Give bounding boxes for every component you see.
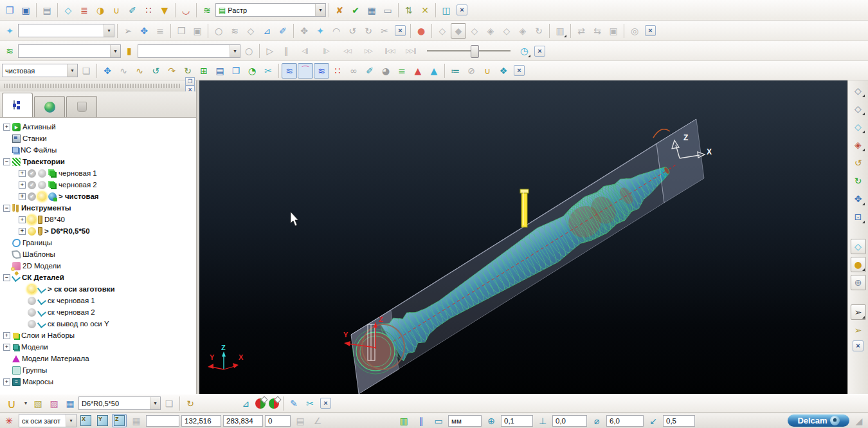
block-sim-3[interactable]: ◇ [467, 23, 482, 39]
edit-points[interactable]: ✦ [312, 23, 328, 39]
show-collisions[interactable]: ▲ [410, 63, 426, 79]
tool-profile[interactable]: ∪ [480, 63, 495, 79]
tool-database[interactable]: ▼ [157, 3, 172, 18]
zoom-to-fit[interactable]: ✥ [851, 191, 866, 207]
expand-toggle[interactable]: − [3, 205, 10, 212]
active-toolpath-combo-dropdown-icon[interactable]: ▾ [67, 64, 77, 77]
step-back[interactable]: ◁∥ [294, 43, 315, 59]
block-sim-5[interactable]: ◇ [499, 23, 514, 39]
expand-toggle[interactable]: + [3, 344, 10, 351]
cut-tool[interactable]: ✂ [302, 396, 318, 411]
cut-curve[interactable]: ✂ [377, 23, 392, 39]
active-cs-combo-dropdown-icon[interactable]: ▾ [66, 414, 76, 427]
view-iso-1[interactable]: ◇ [851, 83, 866, 98]
machining-time[interactable]: ◔ [244, 63, 260, 79]
view-along-z[interactable]: Z [112, 414, 127, 427]
active-toolpath-combo[interactable]: чистовая▾ [2, 64, 78, 77]
surface-normals[interactable]: ◕ [378, 63, 393, 79]
grid-toggle[interactable]: ▦ [129, 413, 144, 428]
shade-mode-1[interactable] [255, 398, 266, 409]
tree-item-2d-models[interactable]: 2D Модели [2, 260, 196, 272]
copy-toolpath[interactable]: ❐ [228, 63, 244, 79]
toolpath-list-icon[interactable]: ≋ [2, 43, 17, 59]
show-links[interactable]: ⌒ [298, 63, 313, 79]
expand-toggle[interactable]: − [3, 274, 10, 281]
play[interactable]: ▷ [262, 43, 278, 59]
block-sim-4[interactable]: ◈ [483, 23, 498, 39]
calculator[interactable]: ▦ [364, 3, 379, 18]
power-off[interactable]: ◎ [627, 23, 642, 39]
transform-toolpath[interactable]: ✕ [417, 3, 433, 18]
toolpath-parameters[interactable]: ▤ [212, 63, 228, 79]
tree-item-toolpath-chernovaya-1[interactable]: +черновая 1 [2, 167, 196, 179]
tab-explorer[interactable] [2, 93, 33, 117]
ruler[interactable]: ▭ [380, 3, 395, 18]
chain-links[interactable]: ∞ [346, 63, 361, 79]
zoom-previous[interactable]: ↺ [851, 155, 866, 171]
toolpath-levels[interactable]: ❏ [78, 63, 94, 79]
project-curve[interactable]: ◇ [243, 23, 258, 39]
view-iso-2[interactable]: ◇ [851, 101, 866, 116]
view-block[interactable]: ◇ [851, 239, 866, 254]
view-wireframe[interactable]: ⊕ [851, 275, 866, 290]
step-forward[interactable]: ∥▷ [316, 43, 336, 59]
sim-pause-indicator[interactable]: ∥ [413, 413, 429, 428]
block-sim-2[interactable]: ◆ [451, 23, 466, 39]
toolpath-invalidate[interactable]: ✘ [332, 3, 347, 18]
expand-toggle[interactable]: + [19, 181, 26, 189]
shade-mode-2[interactable] [269, 398, 279, 409]
expand-toggle[interactable]: + [3, 332, 10, 339]
zoom-box[interactable]: ⊡ [851, 209, 866, 225]
strategy-combo-dropdown-icon[interactable]: ▾ [315, 4, 325, 16]
expand-toggle[interactable]: + [3, 124, 10, 131]
tool-select-combo-dropdown-icon[interactable]: ▾ [150, 397, 160, 409]
close-toolpath-toolbar[interactable]: × [514, 65, 525, 76]
tree-item-tool-d8-40[interactable]: +D8*40 [2, 214, 196, 225]
cursor-z[interactable]: 0 [265, 415, 291, 427]
tree-item-toolpath-chernovaya-2[interactable]: +черновая 2 [2, 179, 196, 191]
thickness-icon[interactable]: ⊥ [535, 413, 550, 428]
tree-item-material-models[interactable]: Модели Материала [2, 353, 196, 364]
tool-holder[interactable]: ▨ [46, 396, 62, 411]
workplane-star[interactable]: ✳ [1, 413, 17, 428]
nc-program-blocks[interactable]: ◫ [439, 3, 454, 18]
smooth-curve[interactable]: ◠ [329, 23, 344, 39]
expand-toggle[interactable]: + [19, 170, 26, 177]
tool-axis-cs[interactable]: ⊿ [238, 396, 253, 411]
curve-name-combo-dropdown-icon[interactable]: ▾ [104, 24, 114, 37]
tolerance[interactable]: 0,1 [501, 415, 533, 427]
block-setup[interactable]: ◇ [60, 3, 76, 18]
save-model[interactable]: ▣ [606, 23, 621, 39]
show-toolpath[interactable]: ≋ [282, 63, 297, 79]
refresh-view[interactable]: ↻ [851, 173, 866, 189]
block-sim-6[interactable]: ◈ [515, 23, 530, 39]
toolpath-profile[interactable]: ∿ [116, 63, 131, 79]
create-curve[interactable]: ✦ [2, 23, 17, 39]
active-tool[interactable]: ∪ [2, 396, 21, 411]
expand-toggle[interactable]: + [19, 193, 26, 200]
go-to-end[interactable]: ▷▷∥ [401, 43, 421, 59]
tool-assembly[interactable]: ◑ [93, 3, 108, 18]
stepover[interactable]: 0,5 [663, 415, 695, 427]
view-shaded[interactable]: ● [851, 257, 866, 272]
tolerance-icon[interactable]: ⊕ [484, 413, 499, 428]
close-playback-toolbar[interactable]: × [534, 46, 545, 57]
coords-list[interactable]: ▤ [293, 413, 308, 428]
model-swap-back[interactable]: ⇄ [574, 23, 589, 39]
simulate-toolpath[interactable]: ◡ [178, 3, 194, 18]
tool-levels[interactable]: ❏ [161, 396, 177, 411]
tool-axis-edit[interactable]: ✐ [362, 63, 377, 79]
close-view-toolbar[interactable]: × [853, 340, 863, 351]
tree-item-wp-chernovaya-1[interactable]: ск черновая 1 [2, 295, 196, 306]
tree-item-active[interactable]: +Активный [2, 121, 196, 133]
save-curve[interactable]: ▣ [190, 23, 205, 39]
open-project[interactable]: ❒ [2, 3, 17, 18]
tool-holder-profile[interactable]: ▦ [62, 396, 78, 411]
select-mode[interactable]: ➢ [851, 304, 866, 320]
viewport-3d[interactable]: Z Y Z X Z Y X [199, 80, 847, 394]
move-toolpath[interactable]: ✥ [100, 63, 115, 79]
save-project[interactable]: ▣ [18, 3, 33, 18]
cursor-x[interactable]: 132,516 [181, 415, 221, 427]
model-swap-forward[interactable]: ⇆ [590, 23, 605, 39]
transform-curve[interactable]: ✥ [296, 23, 312, 39]
